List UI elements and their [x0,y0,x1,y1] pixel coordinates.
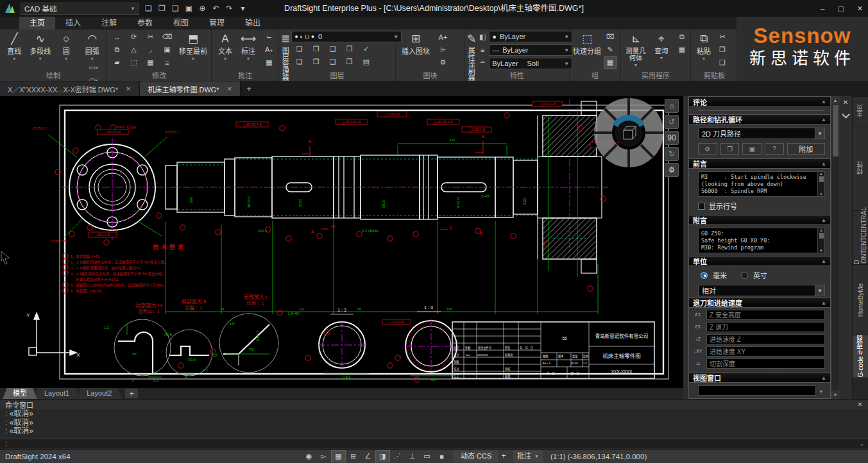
polar-icon[interactable]: ∠ [361,450,375,462]
preamble-code[interactable]: M3 : Start spindle clockwise (looking fr… [698,171,825,197]
close-tab-icon[interactable]: ✕ [227,85,232,92]
side-tab-home[interactable]: 主页 [853,96,868,126]
snap-icon[interactable]: ⊞ [346,450,361,462]
dimension-style-button[interactable]: ⌙ [261,31,277,43]
grid-icon[interactable]: ▦ [331,450,346,462]
linestyle-button[interactable]: ┅ [477,56,488,69]
layout-tab-model[interactable]: 模型 [3,388,37,399]
text-button[interactable]: A文本▼ [214,31,237,71]
postamble-section-header[interactable]: 附言▲ [689,215,830,225]
publish-button[interactable]: ⊕ [196,2,209,15]
offset-button[interactable]: ▣ [159,44,175,56]
side-tab-gcode[interactable]: G-code 生成器 [853,335,868,378]
gcode-param-input[interactable] [706,322,825,332]
drawing-canvas[interactable]: ⌖ Ø0.15 A-B⌖ Ø0.2 A-B◎ Ø0.015 A-B◎ Ø0.01… [0,96,683,388]
mirror-button[interactable]: △ [126,44,142,56]
annoscale-icon[interactable]: ▭ [420,450,434,462]
redo-button[interactable]: ↷ [223,2,236,15]
close-command-window-button[interactable]: ✕ [858,401,863,408]
tab-annotate[interactable]: 注解 [91,17,127,29]
selection-filter-icon[interactable]: ▻ [316,450,331,462]
units-section-header[interactable]: 单位▲ [689,256,830,266]
doc-tab-spindle[interactable]: 机床主轴零件图.DWG*✕ [140,81,241,96]
tab-parametric[interactable]: 参数 [127,17,163,29]
save-as-button[interactable]: ❑ [169,2,182,15]
measure-geometry-button[interactable]: ⊾测量几何体▼ [623,31,649,71]
dimension-button[interactable]: ⟷标注▼ [237,31,260,71]
gcode-param-input[interactable] [706,358,825,369]
rotate-cw-button[interactable]: ↻ [665,147,679,161]
side-tab-homebyme[interactable]: HomeByMe [853,264,868,335]
leader-button[interactable]: A₊ [261,44,277,56]
edit-group-button[interactable]: ✎ [604,44,617,56]
fillet-button[interactable]: ◞ [142,44,158,56]
calculator-button[interactable]: ▦ [676,44,688,56]
dynamic-ccs-button[interactable]: 动态 CCS [454,450,498,462]
circle-button[interactable]: ○圆▼ [54,31,79,71]
show-line-numbers-checkbox[interactable] [698,203,705,210]
layer-isolate-button[interactable]: ❏ [291,56,307,68]
new-document-tab-button[interactable]: + [241,81,257,96]
customize-qat-button[interactable]: ▾ [236,2,250,15]
open-file-button[interactable]: ❐ [155,2,169,15]
gcode-param-input[interactable] [706,334,825,344]
scrollbar[interactable]: ▲▼ [817,172,824,196]
command-window[interactable]: 命令窗口 ✕ : «取消»: «取消»: «取消» : ⌄ [0,399,868,449]
tab-home[interactable]: 主页 [19,17,55,29]
property-painter-button[interactable]: ✎ 属性涂刷器 [467,31,476,71]
layer-preview-button[interactable]: ▤ [358,56,374,68]
scrollbar[interactable]: ▲▼ [817,228,824,253]
explode-button[interactable]: ▰ [109,56,125,69]
pattern-button[interactable]: ▦ [142,56,158,69]
layer-show-all-button[interactable]: ❐ [308,43,324,55]
attach-drawing-button[interactable]: ⌲ [435,44,451,56]
panel-scrollbar[interactable]: ▲▼ [831,96,839,399]
layer-hide-button[interactable]: ❏ [291,43,307,55]
maximize-button[interactable]: ▢ [837,4,844,13]
ortho-icon[interactable]: ⊥ [405,450,420,462]
command-window-expand-icon[interactable]: ⌄ [859,441,864,447]
layer-add-button[interactable]: ❑ [325,43,341,55]
tab-output[interactable]: 输出 [235,17,271,29]
postamble-code[interactable]: G0 Z50: Safe height G0 X0 Y0: M30: Rewin… [698,228,825,253]
toolpath-type-select[interactable]: 2D 刀具路径 ▼ [698,128,825,139]
comments-input[interactable] [698,110,825,111]
move-button[interactable]: ↔ [109,31,125,43]
tab-view[interactable]: 视图 [163,17,199,29]
feeds-section-header[interactable]: 退刀和进给速度▲ [689,298,830,308]
attach-button[interactable]: 附加 [787,143,825,155]
gcode-param-input[interactable] [706,310,825,320]
paste-button[interactable]: ⧉ 粘贴 ▼ [693,31,715,71]
toolpath-help-button[interactable]: ? [765,143,784,155]
viewport-section-header[interactable]: 视图窗口▲ [689,373,830,383]
toolpath-open-button[interactable]: ❐ [720,143,740,155]
layer-manager-button[interactable]: ≣ 图层管理器 [281,31,290,71]
esnap-icon[interactable]: ◨ [375,450,390,462]
copy-clip-button[interactable]: ❐ [716,44,729,56]
status-add-button[interactable]: + [498,450,509,462]
comments-section-header[interactable]: 评论▲ [689,97,830,107]
bring-to-front-button[interactable]: ⬒ 移至最前 ▼ [177,31,209,71]
close-tab-icon[interactable]: ✕ [126,85,131,92]
side-tab-3dcc[interactable]: 3D CONTENTCENTRAL [853,210,868,264]
layer-combo[interactable]: ● ◐ ⊔ ● 0 ▼ [291,31,402,42]
etrack-icon[interactable]: ⋰ [390,450,405,462]
layer-lock-button[interactable]: ❒ [341,43,357,55]
rectangle-button[interactable]: ▭▾ [85,62,101,74]
layer-freeze-button[interactable]: ❑ [325,56,341,68]
layout-tab-2[interactable]: Layout2 [76,388,122,399]
delete-button[interactable]: ⌫ [159,31,175,43]
group-highlight-button[interactable]: ▦ [604,56,617,69]
wheel-settings-button[interactable]: ⚙ [665,163,679,177]
line-button[interactable]: ╱直线▼ [2,31,27,71]
polyline-button[interactable]: ∿多段线▼ [28,31,53,71]
path-section-header[interactable]: 路径和钻孔循环▲ [689,114,830,124]
undo-button[interactable]: ↶ [209,2,223,15]
units-inch-radio[interactable] [741,272,748,279]
lineweight-icon[interactable]: ■ [434,450,449,462]
trim-button[interactable]: ✂ [142,31,158,43]
home-view-button[interactable]: ⌂ [665,99,679,113]
save-button[interactable]: ▣ [182,2,196,15]
table-button[interactable]: ▦ [261,56,277,69]
block-settings-button[interactable]: ⚙ [435,56,451,69]
